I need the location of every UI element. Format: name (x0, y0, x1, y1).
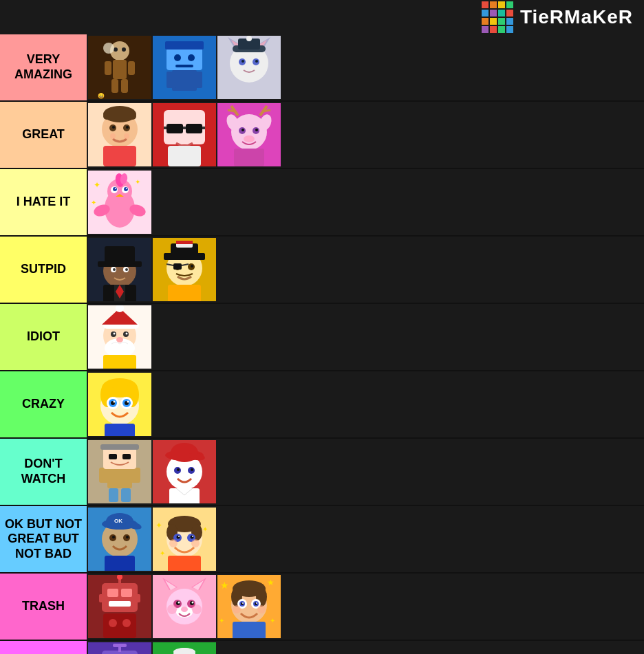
svg-point-177 (191, 539, 200, 547)
svg-point-223 (233, 605, 241, 613)
tier-label-i-hate-india: I HATE INDIA (0, 641, 87, 654)
list-item[interactable] (88, 103, 151, 166)
svg-rect-14 (167, 72, 176, 88)
list-item[interactable] (88, 238, 151, 301)
tier-row-ok-but: OK BUT NOT GREAT BUT NOT BAD (0, 506, 644, 574)
list-item[interactable]: ✦ ✦ ✦ (153, 508, 216, 571)
tier-items-trash: ★ ★ ✦ ✦ (87, 574, 644, 640)
svg-rect-40 (103, 113, 136, 120)
list-item[interactable] (217, 103, 281, 166)
svg-text:✦: ✦ (202, 525, 208, 533)
svg-point-174 (178, 536, 180, 537)
svg-rect-16 (165, 41, 204, 50)
svg-point-176 (169, 539, 178, 547)
svg-rect-193 (136, 594, 140, 602)
svg-point-63 (255, 129, 258, 131)
svg-rect-3 (105, 61, 111, 75)
svg-rect-184 (107, 589, 118, 597)
list-item[interactable]: ★ ★ ✦ ✦ (217, 575, 281, 638)
tier-items-great (87, 102, 644, 168)
svg-rect-137 (131, 468, 140, 483)
svg-line-55 (228, 110, 235, 111)
svg-point-191 (122, 619, 131, 627)
list-item[interactable]: NITROPIA (88, 642, 151, 654)
list-item[interactable] (88, 575, 151, 638)
svg-rect-49 (164, 127, 167, 129)
svg-rect-99 (176, 241, 193, 244)
svg-text:✦: ✦ (155, 521, 162, 530)
svg-rect-107 (168, 285, 201, 301)
svg-rect-183 (102, 583, 138, 612)
list-item[interactable] (217, 36, 281, 99)
list-item[interactable] (153, 238, 216, 301)
logo-grid-icon (482, 1, 513, 33)
tier-row-idiot: IDIOT (0, 304, 644, 371)
svg-point-209 (192, 604, 202, 614)
svg-rect-5 (111, 79, 118, 93)
svg-rect-2 (113, 60, 127, 79)
svg-point-38 (126, 126, 129, 129)
svg-point-205 (192, 602, 194, 604)
svg-rect-143 (100, 444, 139, 450)
svg-rect-192 (99, 594, 103, 602)
svg-point-152 (191, 468, 193, 471)
svg-point-207 (181, 607, 188, 612)
svg-rect-237 (113, 644, 127, 647)
list-item[interactable]: OK (88, 508, 151, 571)
svg-rect-225 (233, 622, 266, 638)
svg-rect-15 (193, 72, 202, 88)
svg-rect-140 (103, 447, 136, 469)
svg-point-175 (192, 536, 193, 537)
svg-point-162 (126, 536, 129, 538)
list-item[interactable] (153, 440, 216, 503)
tier-label-i-hate-it: I HATE IT (0, 169, 87, 235)
list-item[interactable] (88, 373, 151, 436)
list-item[interactable]: ✦ ✦ ✦ (88, 171, 151, 234)
svg-text:✦: ✦ (135, 178, 140, 186)
tier-label-great: GREAT (0, 102, 87, 168)
svg-rect-163 (105, 556, 135, 571)
svg-point-151 (177, 468, 180, 471)
svg-point-75 (115, 188, 116, 189)
tier-items-dont-watch (87, 439, 644, 505)
svg-rect-119 (103, 355, 136, 369)
svg-rect-104 (173, 263, 182, 270)
tier-row-great: GREAT (0, 102, 644, 169)
svg-point-74 (124, 187, 128, 191)
svg-point-92 (113, 268, 116, 271)
svg-rect-136 (99, 468, 109, 483)
tier-row-crazy: CRAZY (0, 371, 644, 439)
svg-rect-51 (168, 146, 201, 166)
list-item[interactable] (88, 440, 151, 503)
svg-point-116 (126, 333, 128, 335)
svg-rect-189 (103, 613, 136, 638)
svg-rect-47 (186, 124, 202, 133)
svg-point-173 (191, 536, 194, 539)
list-item[interactable] (153, 575, 216, 638)
svg-point-29 (255, 60, 258, 63)
svg-rect-142 (122, 454, 131, 459)
svg-rect-141 (109, 454, 117, 459)
tier-row-dont-watch: DON'T WATCH (0, 439, 644, 506)
svg-text:★: ★ (267, 578, 275, 587)
svg-rect-4 (128, 61, 135, 75)
svg-text:★: ★ (220, 580, 229, 591)
tier-label-trash: TRASH (0, 574, 87, 640)
svg-point-131 (114, 401, 116, 403)
svg-point-208 (167, 604, 177, 614)
list-item[interactable] (153, 103, 216, 166)
svg-line-57 (264, 110, 270, 111)
tier-label-crazy: CRAZY (0, 371, 87, 437)
list-item[interactable]: 😀 (88, 36, 151, 99)
list-item[interactable] (153, 642, 216, 654)
svg-point-224 (257, 605, 266, 613)
logo-text: TieRMaKeR (520, 6, 633, 28)
svg-point-17 (174, 54, 181, 61)
tier-label-ok-but: OK BUT NOT GREAT BUT NOT BAD (0, 506, 87, 572)
svg-rect-135 (107, 466, 132, 488)
svg-text:✦: ✦ (94, 180, 100, 190)
svg-text:✦: ✦ (219, 617, 224, 624)
list-item[interactable] (153, 36, 216, 99)
tier-items-crazy (87, 371, 644, 437)
list-item[interactable] (88, 305, 151, 369)
